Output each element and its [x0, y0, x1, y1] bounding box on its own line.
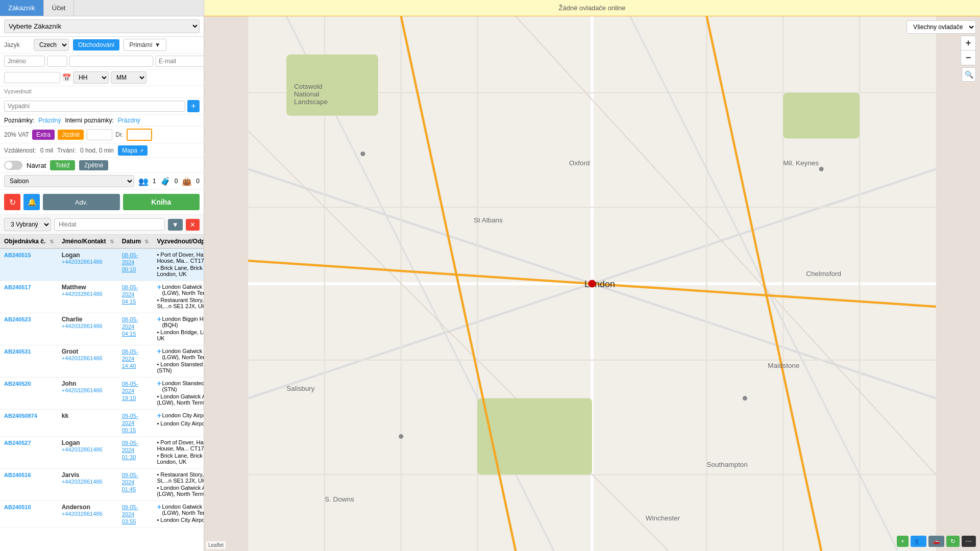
primary-button[interactable]: Primární ▼: [124, 39, 166, 51]
vehicle-select[interactable]: Saloon: [4, 175, 134, 187]
notification-button[interactable]: 🔔: [23, 194, 40, 210]
col-name[interactable]: Jméno/Kontakt ⇅: [58, 235, 118, 248]
phone-prefix-input[interactable]: +44: [47, 56, 67, 67]
controller-select[interactable]: Všechny ovladače: [906, 20, 976, 34]
svg-point-28: [819, 167, 824, 171]
contact-phone[interactable]: +442032861486: [62, 291, 114, 297]
tab-ucet[interactable]: Účet: [44, 0, 75, 16]
contact-phone[interactable]: +442032861486: [62, 479, 114, 485]
language-label: Jazyk: [4, 41, 30, 48]
contact-phone[interactable]: +442032861486: [62, 446, 114, 453]
svg-text:Salisbury: Salisbury: [286, 385, 315, 392]
table-row[interactable]: AB240510 Anderson +442032861486 09-05-20…: [0, 501, 204, 528]
date-link[interactable]: 08-05-2024 04:15: [122, 316, 138, 337]
extra-button[interactable]: Extra: [32, 130, 55, 140]
date-link[interactable]: 09-05-2024 03:55: [122, 504, 138, 524]
book-button[interactable]: Kniha: [123, 194, 200, 210]
svg-text:Mil. Keynes: Mil. Keynes: [783, 159, 819, 167]
jizne-button[interactable]: Jízdné: [58, 130, 84, 140]
return-toggle[interactable]: [4, 161, 22, 170]
svg-point-30: [399, 434, 403, 439]
table-row[interactable]: AB240516 Jarvis +442032861486 09-05-2024…: [0, 469, 204, 501]
pickup-route: ✈ London Biggin Hill Airport (BQH): [157, 316, 204, 328]
airport-icon: ✈: [157, 412, 162, 419]
date-cell: 09-05-2024 03:55: [118, 501, 153, 528]
calendar-icon[interactable]: 📅: [62, 73, 71, 82]
zoom-out-button[interactable]: −: [961, 51, 975, 65]
date-link[interactable]: 09-05-2024 01:45: [122, 472, 138, 492]
internal-notes-link[interactable]: Prázdný: [118, 117, 140, 124]
order-id-cell: AB240516: [0, 469, 58, 501]
people-button[interactable]: 👥: [911, 536, 926, 547]
dropoff-route: • Brick Lane, Brick Ln, London, UK: [157, 453, 204, 465]
name-input[interactable]: [4, 56, 45, 67]
minute-select[interactable]: MM: [111, 71, 146, 84]
table-row[interactable]: AB240523 Charlie +442032861486 08-05-202…: [0, 313, 204, 345]
clear-filter-button[interactable]: ✕: [186, 219, 200, 231]
table-row[interactable]: AB240527 Logan +442032861486 09-05-2024 …: [0, 437, 204, 469]
col-order-id[interactable]: Objednávka č. ⇅: [0, 235, 58, 248]
extra-amount-input[interactable]: 0: [87, 129, 112, 140]
date-link[interactable]: 09-05-2024 01:30: [122, 440, 138, 460]
search-input[interactable]: [54, 218, 165, 231]
order-id-cell: AB240517: [0, 281, 58, 313]
contact-cell: Matthew +442032861486: [58, 281, 118, 313]
dropoff-route: • London Stansted Airport (STN): [157, 361, 204, 373]
contact-phone[interactable]: +442032861486: [62, 355, 114, 361]
no-controllers-banner: Žádné ovladače online: [204, 0, 980, 16]
col-date[interactable]: Datum ⇅: [118, 235, 153, 248]
contact-phone[interactable]: +442032861486: [62, 387, 114, 393]
table-row[interactable]: AB240515 Logan +442032861486 08-05-2024 …: [0, 248, 204, 281]
svg-point-29: [743, 396, 747, 400]
date-link[interactable]: 08-05-2024 14:40: [122, 348, 138, 369]
dr-amount-input[interactable]: 0: [127, 129, 152, 141]
col-route[interactable]: Vyzvednout/Odpadněte ⇅: [153, 235, 204, 248]
date-input[interactable]: 8-05-2024: [4, 72, 60, 83]
date-link[interactable]: 08-05-2024 04:15: [122, 284, 138, 305]
filter-button[interactable]: ▼: [168, 219, 183, 231]
table-row[interactable]: AB240517 Matthew +442032861486 08-05-202…: [0, 281, 204, 313]
add-stop-button[interactable]: +: [187, 100, 200, 112]
table-row[interactable]: AB240520 John +442032861486 08-05-2024 1…: [0, 378, 204, 410]
language-row: Jazyk Czech Obchodování Primární ▼: [0, 37, 204, 54]
order-id: AB240523: [4, 316, 31, 322]
contact-phone[interactable]: +442032861486: [62, 323, 114, 329]
map-refresh-button[interactable]: ↻: [946, 536, 960, 547]
zoom-in-button[interactable]: +: [961, 36, 975, 51]
notes-link[interactable]: Prázdný: [38, 117, 61, 124]
refresh-button[interactable]: ↻: [4, 194, 20, 210]
date-link[interactable]: 09-05-2024 00:15: [122, 413, 138, 433]
dropoff-input[interactable]: [4, 101, 185, 112]
order-id: AB240515: [4, 252, 31, 258]
leaflet-link[interactable]: Leaflet: [208, 542, 224, 548]
tab-zakaznik[interactable]: Zákazník: [0, 0, 44, 16]
more-button[interactable]: ⋯: [962, 536, 976, 547]
order-id: AB240531: [4, 348, 31, 355]
hour-select[interactable]: HH: [73, 71, 109, 84]
table-header-row: Objednávka č. ⇅ Jméno/Kontakt ⇅ Datum ⇅ …: [0, 235, 204, 248]
totez-button[interactable]: Totéž: [50, 160, 75, 170]
map-search-button[interactable]: 🔍: [962, 67, 976, 82]
route-cell: • Restaurant Story, 199 Tooley St,...n S…: [153, 469, 204, 501]
date-link[interactable]: 08-05-2024 00:10: [122, 252, 138, 272]
phone-number-input[interactable]: 7400 123456: [69, 56, 153, 67]
dr-label: Dr.: [115, 131, 123, 138]
car-button[interactable]: 🚗: [928, 536, 944, 547]
table-row[interactable]: AB240531 Groot +442032861486 08-05-2024 …: [0, 345, 204, 378]
date-link[interactable]: 08-05-2024 19:10: [122, 381, 138, 401]
email-input[interactable]: [155, 56, 204, 67]
primary-button-label: Primární: [129, 41, 152, 48]
zpet-button[interactable]: Zpětné: [79, 160, 108, 170]
commercial-button[interactable]: Obchodování: [73, 39, 119, 51]
filter-select[interactable]: 3 Vybraný: [4, 218, 51, 231]
adv-button[interactable]: Adv.: [43, 194, 120, 210]
table-row[interactable]: AB24050874 kk 09-05-2024 00:15 ✈ London …: [0, 410, 204, 437]
contact-phone[interactable]: +442032861486: [62, 511, 114, 517]
add-booking-button[interactable]: +: [897, 536, 909, 547]
customer-dropdown[interactable]: Vyberte Zákazník: [4, 19, 200, 33]
contact-phone[interactable]: +442032861486: [62, 259, 114, 265]
mapa-button[interactable]: Mapa ↗: [118, 145, 148, 156]
language-select[interactable]: Czech: [34, 39, 69, 51]
passenger-count: 1: [153, 178, 156, 185]
return-label: Návrat: [27, 162, 46, 169]
